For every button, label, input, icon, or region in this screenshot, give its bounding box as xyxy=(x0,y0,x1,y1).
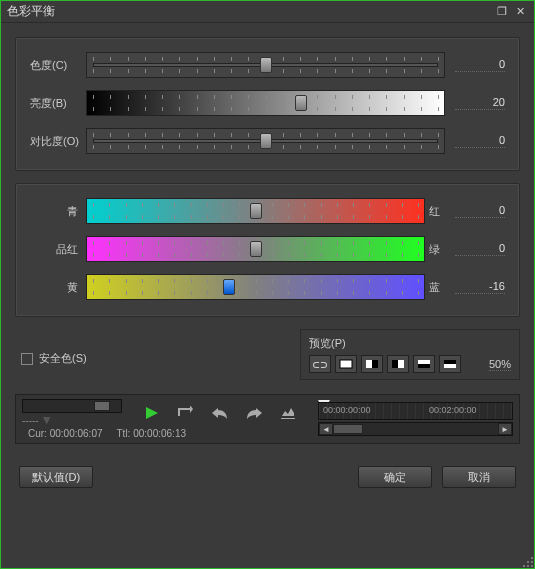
checkbox-icon xyxy=(21,353,33,365)
transport-panel: ----- Cur: 00:00:06:07 Ttl: 00:00:06:13 … xyxy=(15,394,520,444)
slider-value[interactable]: 0 xyxy=(455,134,505,148)
maximize-button[interactable]: ❐ xyxy=(494,5,510,19)
slider-row: 色度(C) 0 xyxy=(30,50,505,80)
cancel-button[interactable]: 取消 xyxy=(442,466,516,488)
ok-button[interactable]: 确定 xyxy=(358,466,432,488)
redo-button[interactable] xyxy=(244,403,264,423)
slider-label-left: 黄 xyxy=(30,280,86,295)
slider-thumb[interactable] xyxy=(250,203,262,219)
slider-label-left: 青 xyxy=(30,204,86,219)
svg-rect-7 xyxy=(444,360,456,364)
preview-mode-1[interactable] xyxy=(335,355,357,373)
color-slider-row: 品红 绿 0 xyxy=(30,234,505,264)
slider-label: 对比度(O) xyxy=(30,134,86,149)
safe-color-checkbox[interactable]: 安全色(S) xyxy=(15,329,87,366)
rate-display: ----- xyxy=(22,415,122,426)
color-balance-panel: 青 红 0 品红 绿 0 黄 蓝 -16 xyxy=(15,183,520,317)
slider-thumb[interactable] xyxy=(250,241,262,257)
loop-button[interactable] xyxy=(176,403,196,423)
svg-rect-3 xyxy=(392,360,398,368)
slider-thumb[interactable] xyxy=(223,279,235,295)
undo-button[interactable] xyxy=(210,403,230,423)
svg-rect-4 xyxy=(398,360,404,368)
slider-value[interactable]: 20 xyxy=(455,96,505,110)
play-button[interactable] xyxy=(142,403,162,423)
slider-thumb[interactable] xyxy=(295,95,307,111)
svg-rect-5 xyxy=(418,360,430,364)
slider-label-left: 品红 xyxy=(30,242,86,257)
preview-link-button[interactable] xyxy=(309,355,331,373)
slider-value[interactable]: 0 xyxy=(455,204,505,218)
svg-rect-2 xyxy=(372,360,378,368)
window-title: 色彩平衡 xyxy=(7,3,55,20)
default-button[interactable]: 默认值(D) xyxy=(19,466,93,488)
timeline[interactable]: 00:00:00:00 00:02:00:00 ◄ ► xyxy=(318,402,513,436)
titlebar: 色彩平衡 ❐ ✕ xyxy=(1,1,534,23)
slider-track[interactable] xyxy=(86,236,425,262)
svg-rect-1 xyxy=(366,360,372,368)
preview-value[interactable]: 50% xyxy=(489,358,511,371)
slider-thumb[interactable] xyxy=(260,57,272,73)
timecode-display: Cur: 00:00:06:07 Ttl: 00:00:06:13 xyxy=(22,426,310,439)
slider-track[interactable] xyxy=(86,90,445,116)
preview-title: 预览(P) xyxy=(309,336,511,351)
slider-track[interactable] xyxy=(86,52,445,78)
slider-label-right: 红 xyxy=(425,204,445,219)
color-slider-row: 黄 蓝 -16 xyxy=(30,272,505,302)
safe-color-label: 安全色(S) xyxy=(39,351,87,366)
ruler-mark: 00:00:00:00 xyxy=(323,405,371,415)
resize-grip-icon[interactable] xyxy=(521,555,533,567)
slider-track[interactable] xyxy=(86,128,445,154)
preview-mode-3[interactable] xyxy=(387,355,409,373)
scroll-right-icon[interactable]: ► xyxy=(498,423,512,435)
svg-rect-0 xyxy=(340,360,352,368)
timeline-ruler[interactable]: 00:00:00:00 00:02:00:00 xyxy=(318,402,513,420)
preview-mode-4[interactable] xyxy=(413,355,435,373)
svg-rect-6 xyxy=(418,364,430,368)
preview-mode-5[interactable] xyxy=(439,355,461,373)
scrub-slider[interactable] xyxy=(22,399,122,413)
slider-label-right: 蓝 xyxy=(425,280,445,295)
slider-label: 色度(C) xyxy=(30,58,86,73)
timeline-scrollbar[interactable]: ◄ ► xyxy=(318,422,513,436)
slider-row: 对比度(O) 0 xyxy=(30,126,505,156)
ruler-mark: 00:02:00:00 xyxy=(429,405,477,415)
slider-row: 亮度(B) 20 xyxy=(30,88,505,118)
preview-panel: 预览(P) 50% xyxy=(300,329,520,380)
close-button[interactable]: ✕ xyxy=(512,5,528,19)
slider-label-right: 绿 xyxy=(425,242,445,257)
slider-track[interactable] xyxy=(86,274,425,300)
slider-label: 亮度(B) xyxy=(30,96,86,111)
scope-button[interactable] xyxy=(278,403,298,423)
slider-value[interactable]: 0 xyxy=(455,242,505,256)
color-slider-row: 青 红 0 xyxy=(30,196,505,226)
slider-value[interactable]: 0 xyxy=(455,58,505,72)
svg-rect-8 xyxy=(444,364,456,368)
scroll-left-icon[interactable]: ◄ xyxy=(319,423,333,435)
tone-panel: 色度(C) 0 亮度(B) 20 对比度(O) 0 xyxy=(15,37,520,171)
slider-track[interactable] xyxy=(86,198,425,224)
slider-thumb[interactable] xyxy=(260,133,272,149)
slider-value[interactable]: -16 xyxy=(455,280,505,294)
preview-mode-2[interactable] xyxy=(361,355,383,373)
